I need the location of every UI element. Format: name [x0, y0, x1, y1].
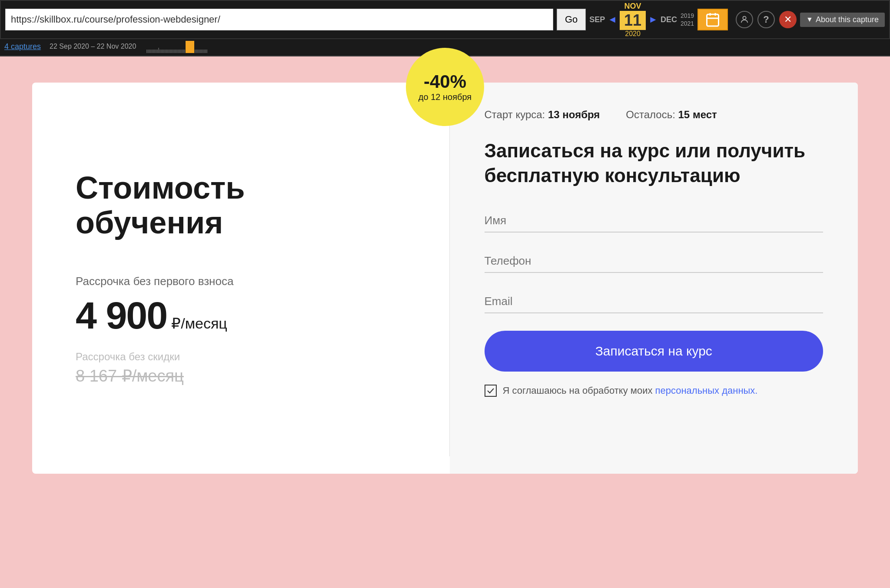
year-prev: 2019 [681, 12, 694, 19]
url-input[interactable] [5, 9, 553, 30]
left-panel: Стоимость обучения Рассрочка без первого… [32, 83, 449, 474]
svg-rect-0 [707, 14, 719, 26]
discount-until: до 12 ноября [418, 92, 472, 102]
enrollment-form: Записаться на курс Я соглашаюсь на обраб… [485, 209, 824, 397]
dec-month: DEC [661, 15, 677, 24]
day-display: 11 [620, 11, 646, 30]
date-range: 22 Sep 2020 – 22 Nov 2020 [50, 43, 136, 50]
submit-button[interactable]: Записаться на курс [485, 331, 824, 372]
captures-link[interactable]: 4 captures [4, 42, 41, 51]
price-main: 4 900 ₽/месяц [76, 293, 415, 338]
email-input[interactable] [485, 290, 824, 313]
old-price: 8 167 ₽/месяц [76, 366, 415, 385]
year-next: 2021 [681, 20, 694, 27]
main-background: -40% до 12 ноября Стоимость обучения Рас… [0, 56, 890, 588]
year-active: 2020 [625, 30, 641, 38]
consent-checkbox[interactable] [485, 385, 497, 397]
price-unit: ₽/месяц [171, 315, 227, 332]
consent-link[interactable]: персональных данных. [655, 385, 758, 396]
price-amount: 4 900 [76, 293, 167, 338]
spots-meta: Осталось: 15 мест [626, 109, 717, 121]
course-title: Стоимость обучения [76, 171, 415, 239]
next-arrow[interactable]: ► [648, 14, 658, 25]
email-field-group [485, 290, 824, 313]
installment-label: Рассрочка без первого взноса [76, 275, 415, 288]
course-meta: Старт курса: 13 ноября Осталось: 15 мест [485, 109, 824, 121]
consent-text: Я соглашаюсь на обработку моих персональ… [503, 385, 758, 396]
go-button[interactable]: Go [557, 9, 586, 30]
name-input[interactable] [485, 209, 824, 233]
about-capture-button[interactable]: ▼ About this capture [800, 13, 885, 27]
prev-arrow[interactable]: ◄ [608, 14, 617, 25]
consent-row: Я соглашаюсь на обработку моих персональ… [485, 385, 824, 397]
start-date-meta: Старт курса: 13 ноября [485, 109, 600, 121]
discount-percent: -40% [424, 72, 466, 92]
form-title: Записаться на курс или получить бесплатн… [485, 138, 824, 188]
right-panel: Старт курса: 13 ноября Осталось: 15 мест… [450, 83, 858, 474]
sep-month: SEP [589, 15, 605, 24]
help-icon[interactable]: ? [757, 11, 775, 28]
timeline-bar [145, 40, 886, 53]
name-field-group [485, 209, 824, 233]
old-price-label: Рассрочка без скидки [76, 351, 415, 363]
toolbar-icons: ? ✕ [736, 11, 797, 28]
content-card: -40% до 12 ноября Стоимость обучения Рас… [32, 83, 858, 474]
svg-point-4 [743, 17, 746, 20]
timeline-section: SEP ◄ NOV 11 2020 ► DEC [589, 2, 677, 38]
year-labels: 2019 2021 [681, 12, 694, 27]
discount-badge: -40% до 12 ноября [406, 48, 484, 126]
close-icon[interactable]: ✕ [779, 11, 797, 28]
nov-month: NOV [624, 2, 641, 11]
user-icon[interactable] [736, 11, 753, 28]
wayback-toolbar: Go SEP ◄ NOV 11 2020 ► DEC 2019 2021 [0, 0, 890, 39]
phone-input[interactable] [485, 250, 824, 273]
calendar-icon [697, 9, 728, 30]
phone-field-group [485, 250, 824, 273]
